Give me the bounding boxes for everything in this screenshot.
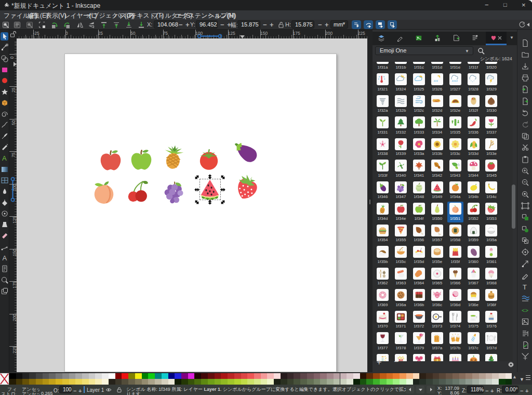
svg-text:A: A	[2, 154, 7, 162]
svg-text:<>: <>	[522, 308, 528, 314]
svg-text:A: A	[3, 254, 7, 262]
svg-text:T: T	[523, 283, 527, 291]
